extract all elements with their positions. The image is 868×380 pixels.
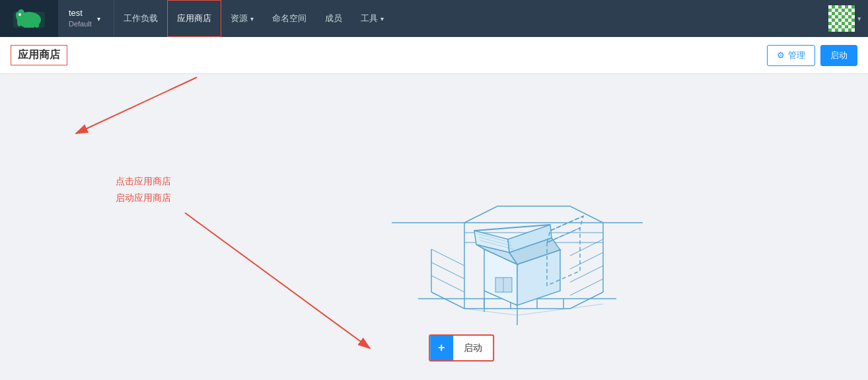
svg-line-19: [570, 252, 603, 269]
page-title-box: 应用商店: [11, 45, 67, 65]
plus-icon: +: [430, 336, 453, 360]
project-selector[interactable]: test Default ▾: [58, 0, 114, 37]
project-chevron-icon: ▾: [97, 15, 100, 22]
logo[interactable]: [0, 0, 58, 37]
svg-line-46: [517, 304, 603, 315]
center-start-button[interactable]: + 启动: [429, 334, 494, 361]
svg-line-20: [570, 266, 603, 282]
svg-line-16: [431, 276, 464, 292]
svg-point-5: [31, 22, 35, 28]
nav-item-members[interactable]: 成员: [316, 0, 351, 37]
svg-point-4: [23, 22, 27, 28]
start-button-header[interactable]: 启动: [820, 45, 857, 66]
project-name: test: [69, 8, 92, 19]
navbar-right: ▾: [828, 5, 868, 32]
barn-illustration: [379, 120, 656, 332]
svg-line-51: [76, 77, 197, 133]
svg-line-15: [431, 262, 464, 279]
nav-item-resources[interactable]: 资源 ▾: [221, 0, 263, 37]
gear-icon: ⚙: [777, 50, 785, 60]
svg-point-6: [35, 22, 39, 28]
svg-line-17: [431, 249, 464, 266]
nav-item-appstore[interactable]: 应用商店: [167, 0, 221, 37]
resources-chevron-icon: ▾: [250, 15, 254, 22]
page-header: 应用商店 ⚙ 管理 启动: [0, 37, 868, 74]
illustration: [379, 120, 656, 334]
project-sub: Default: [69, 19, 92, 28]
main-content: 点击应用商店 启动应用商店 + 启动: [0, 74, 868, 380]
svg-point-3: [17, 19, 21, 26]
svg-line-52: [185, 213, 370, 348]
nav-item-workload[interactable]: 工作负载: [114, 0, 167, 37]
avatar[interactable]: [828, 5, 855, 32]
nav-items: 工作负载 应用商店 资源 ▾ 命名空间 成员 工具 ▾: [114, 0, 828, 37]
manage-button[interactable]: ⚙ 管理: [767, 45, 815, 66]
nav-item-tools[interactable]: 工具 ▾: [351, 0, 393, 37]
tools-chevron-icon: ▾: [380, 15, 384, 22]
header-actions: ⚙ 管理 启动: [767, 45, 857, 66]
page-title: 应用商店: [18, 49, 60, 60]
svg-line-45: [464, 309, 517, 315]
nav-item-namespace[interactable]: 命名空间: [263, 0, 316, 37]
svg-line-21: [570, 279, 603, 295]
svg-point-7: [18, 9, 24, 17]
avatar-chevron-icon: ▾: [857, 15, 861, 23]
svg-line-18: [570, 239, 603, 256]
svg-point-8: [16, 12, 18, 19]
center-start-label: 启动: [453, 337, 493, 360]
svg-rect-37: [495, 278, 512, 292]
svg-point-9: [18, 13, 21, 16]
annotation-text: 点击应用商店 启动应用商店: [116, 173, 171, 206]
rancher-logo-icon: [12, 7, 46, 30]
navbar: test Default ▾ 工作负载 应用商店 资源 ▾ 命名空间 成员 工具…: [0, 0, 868, 37]
